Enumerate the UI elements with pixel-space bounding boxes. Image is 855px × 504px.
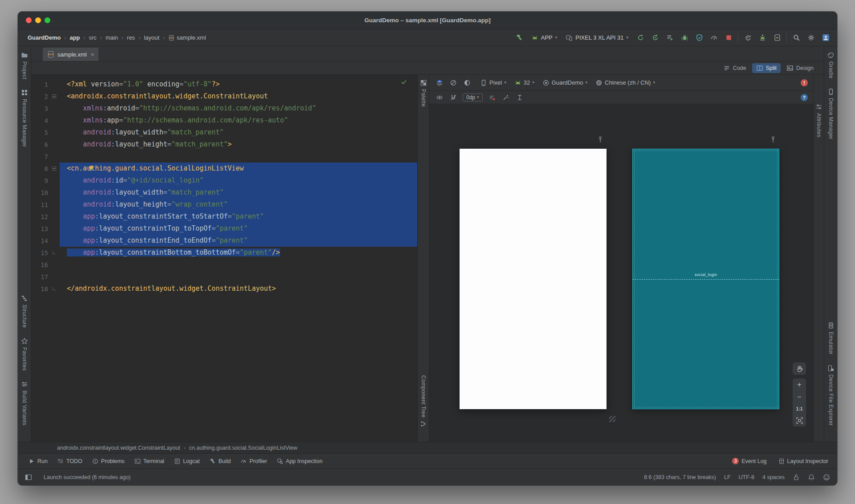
tool-window-button-structure[interactable]: Structure xyxy=(21,295,28,328)
line-separator-indicator[interactable]: LF xyxy=(724,474,731,480)
layers-icon[interactable] xyxy=(435,78,444,88)
editor-breadcrumb-item[interactable]: cn.authing.guard.social.SocialLoginListV… xyxy=(189,445,297,451)
tool-window-button-attributes[interactable]: Attributes xyxy=(815,103,822,138)
clear-constraints-icon[interactable] xyxy=(487,93,497,102)
code-line-14[interactable]: app:layout_constraintEnd_toEndOf="parent… xyxy=(60,235,417,247)
code-line-11[interactable]: android:layout_height="wrap_content" xyxy=(60,199,417,211)
autoconnect-icon[interactable] xyxy=(448,93,458,102)
gutter-line[interactable]: 15 xyxy=(31,247,60,259)
apply-changes-icon[interactable] xyxy=(635,33,646,43)
infer-constraints-icon[interactable] xyxy=(501,93,511,102)
titlebar[interactable]: GuardDemo – sample.xml [GuardDemo.app] xyxy=(18,12,837,29)
tool-window-button-component-tree[interactable]: Component Tree xyxy=(420,375,427,427)
gutter-line[interactable]: 1 xyxy=(31,78,60,90)
breadcrumb-item-app[interactable]: app xyxy=(69,34,80,41)
code-line-17[interactable] xyxy=(60,271,417,283)
default-margins-select[interactable]: 0dp ▾ xyxy=(463,93,483,102)
close-window-button[interactable] xyxy=(26,17,32,23)
toolwindow-toggle-icon[interactable] xyxy=(25,474,32,481)
run-configuration-select[interactable]: APP ▾ xyxy=(529,33,559,43)
code-line-16[interactable] xyxy=(60,259,417,271)
tool-window-bar-layout-inspector[interactable]: Layout Inspector xyxy=(778,458,828,464)
profile-avatar-icon[interactable] xyxy=(820,33,831,43)
canvas-resize-grip[interactable] xyxy=(609,416,615,422)
tool-window-button-device-file-explorer[interactable]: Device File Explorer xyxy=(827,365,835,426)
gutter-line[interactable]: 7 xyxy=(31,150,60,163)
device-select[interactable]: PIXEL 3 XL API 31 ▾ xyxy=(564,33,630,43)
zoom-window-button[interactable] xyxy=(45,17,50,23)
profiler-shield-icon[interactable] xyxy=(694,33,704,43)
tool-window-button-project[interactable]: Project xyxy=(21,52,28,79)
device-picker[interactable]: Pixel ▾ xyxy=(480,79,506,86)
code-line-2[interactable]: <androidx.constraintlayout.widget.Constr… xyxy=(60,90,417,102)
smiley-icon[interactable] xyxy=(823,474,830,481)
locale-picker[interactable]: Chinese (zh / CN) ▾ xyxy=(595,79,655,86)
gutter-line[interactable]: 10 xyxy=(31,187,60,199)
stop-icon[interactable] xyxy=(723,33,734,43)
code-editor[interactable]: 123456789101112131415161718 <?xml versio… xyxy=(31,75,418,442)
breadcrumb-item-res[interactable]: res xyxy=(127,34,135,41)
code-line-8[interactable]: <cn.authing.guard.social.SocialLoginList… xyxy=(60,163,417,175)
code-line-12[interactable]: app:layout_constraintStart_toStartOf="pa… xyxy=(60,211,417,223)
gutter-line[interactable]: 11 xyxy=(31,199,60,211)
caret-position[interactable]: 8:6 (383 chars, 7 line breaks) xyxy=(644,474,716,480)
code-line-6[interactable]: android:layout_height="match_parent"> xyxy=(60,138,417,150)
tool-window-bar-event-log[interactable]: 3Event Log xyxy=(732,458,766,464)
code-line-4[interactable]: xmlns:app="http://schemas.android.com/ap… xyxy=(60,114,417,126)
tool-window-bar-todo[interactable]: TODO xyxy=(57,458,82,464)
zoom-out-button[interactable]: − xyxy=(793,391,806,403)
bell-icon[interactable] xyxy=(808,474,815,481)
breadcrumb-item-sample-xml[interactable]: sample.xml xyxy=(168,34,206,41)
tool-window-bar-problems[interactable]: Problems xyxy=(92,458,125,464)
code-line-13[interactable]: app:layout_constraintTop_toTopOf="parent… xyxy=(60,223,417,235)
tool-window-button-resource-manager[interactable]: Resource Manager xyxy=(21,89,28,147)
gutter-line[interactable]: 5 xyxy=(31,126,60,138)
sync-project-icon[interactable] xyxy=(742,33,753,43)
pack-icon[interactable] xyxy=(515,93,525,102)
mode-code-button[interactable]: Code xyxy=(719,63,750,73)
search-icon[interactable] xyxy=(791,33,802,43)
fold-marker[interactable] xyxy=(52,167,56,171)
code-line-15[interactable]: app:layout_constraintBottom_toBottomOf="… xyxy=(60,247,417,259)
code-line-1[interactable]: <?xml version="1.0" encoding="utf-8"?> xyxy=(60,78,417,90)
file-encoding-indicator[interactable]: UTF-8 xyxy=(739,474,754,480)
blueprint-preview-device[interactable]: social_login xyxy=(632,149,779,409)
code-line-18[interactable]: </androidx.constraintlayout.widget.Const… xyxy=(60,283,417,295)
editor-gutter[interactable]: 123456789101112131415161718 xyxy=(31,75,60,442)
code-line-5[interactable]: android:layout_width="match_parent" xyxy=(60,126,417,138)
tool-window-button-gradle[interactable]: Gradle xyxy=(827,52,835,78)
avd-manager-icon[interactable] xyxy=(772,33,782,43)
zoom-in-button[interactable]: + xyxy=(793,378,806,391)
fold-end-marker[interactable] xyxy=(53,287,56,290)
lock-icon[interactable] xyxy=(793,474,800,481)
editor-tab-sample-xml[interactable]: sample.xml × xyxy=(43,48,98,61)
breadcrumb-item-main[interactable]: main xyxy=(106,34,118,41)
night-mode-icon[interactable] xyxy=(462,78,472,88)
code-line-9[interactable]: android:id="@+id/social_login" xyxy=(60,175,417,187)
gutter-line[interactable]: 14 xyxy=(31,235,60,247)
design-preview-device[interactable] xyxy=(460,149,607,409)
tool-window-button-emulator[interactable]: Emulator xyxy=(827,322,835,354)
gutter-line[interactable]: 17 xyxy=(31,271,60,283)
tool-window-button-build-variants[interactable]: Build Variants xyxy=(21,381,28,426)
tool-window-bar-profiler[interactable]: Profiler xyxy=(240,458,267,464)
code-line-7[interactable] xyxy=(60,150,417,163)
eye-icon[interactable] xyxy=(435,93,444,102)
indent-indicator[interactable]: 4 spaces xyxy=(762,474,785,480)
zoom-reset-button[interactable]: 1:1 xyxy=(793,403,806,414)
fold-marker[interactable] xyxy=(52,94,56,98)
hammer-icon[interactable] xyxy=(514,33,525,43)
help-icon[interactable]: ? xyxy=(801,94,808,101)
fold-end-marker[interactable] xyxy=(53,251,56,254)
gutter-line[interactable]: 13 xyxy=(31,223,60,235)
tool-window-button-palette[interactable]: Palette xyxy=(420,79,427,107)
pan-icon[interactable] xyxy=(793,362,806,375)
close-icon[interactable]: × xyxy=(91,51,94,58)
gutter-line[interactable]: 12 xyxy=(31,211,60,223)
lightbulb-icon[interactable] xyxy=(87,165,94,172)
apply-code-changes-icon[interactable] xyxy=(650,33,660,43)
gutter-line[interactable]: 9 xyxy=(31,175,60,187)
sdk-manager-icon[interactable] xyxy=(757,33,768,43)
theme-picker[interactable]: GuardDemo ▾ xyxy=(542,79,587,86)
settings-icon[interactable] xyxy=(806,33,816,43)
